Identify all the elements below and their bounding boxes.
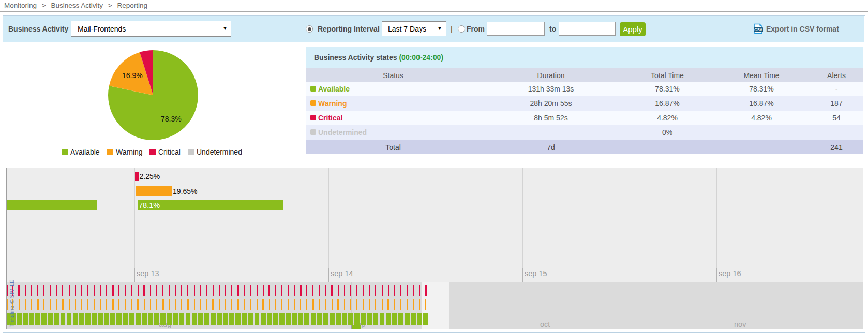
svg-text:CSV: CSV: [754, 27, 762, 32]
